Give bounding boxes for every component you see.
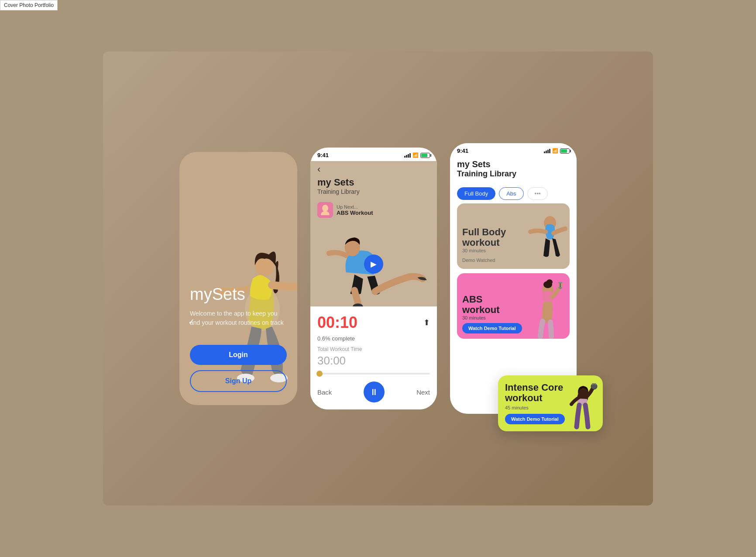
section-title-2: Training Library	[317, 188, 430, 195]
canvas: ✓ mySets Welcome to the app to keep you …	[103, 52, 653, 505]
battery-icon	[420, 153, 430, 158]
wifi-icon-3: 📶	[552, 148, 558, 154]
pause-button[interactable]: ⏸	[364, 382, 385, 402]
filter-tab-fullbody[interactable]: Full Body	[457, 187, 495, 200]
login-content: mySets Welcome to the app to keep you an…	[190, 285, 287, 392]
app-title-2: my Sets	[317, 177, 430, 188]
status-icons-2: 📶	[404, 152, 430, 158]
floating-figure	[564, 383, 603, 431]
card1-title: Full Bodyworkout	[462, 227, 564, 248]
status-icons-3: 📶	[544, 148, 570, 154]
battery-icon-3	[560, 148, 570, 154]
floating-card-title: Intense Coreworkout	[505, 382, 566, 403]
svg-point-11	[546, 279, 553, 285]
progress-text: 0.6% complete	[317, 335, 430, 342]
app-subtitle-login: Welcome to the app to keep you and your …	[190, 309, 287, 327]
controls: Back ⏸ Next	[317, 382, 430, 402]
status-time-3: 9:41	[457, 148, 468, 154]
timer-display: 00:10	[317, 313, 357, 332]
floating-card-intense: Intense Coreworkout 45 minutes Watch Dem…	[498, 375, 603, 431]
library-section-title: Training Library	[457, 169, 570, 179]
status-time-2: 9:41	[317, 152, 329, 158]
filter-tab-more[interactable]: •••	[527, 187, 548, 200]
phone-login: ✓ mySets Welcome to the app to keep you …	[179, 152, 297, 405]
app-title-light: my	[457, 159, 472, 169]
workout-video: ▶	[310, 221, 437, 306]
up-next-text: Up Next... ABS Workout	[337, 204, 373, 216]
card1-badge: Demo Watched	[462, 258, 495, 263]
app-title-login: mySets	[190, 285, 287, 304]
svg-point-5	[322, 205, 328, 212]
progress-dot	[316, 371, 323, 377]
phone-library: 9:41 📶 my Sets	[450, 143, 577, 414]
wifi-icon: 📶	[412, 152, 419, 158]
share-icon[interactable]: ⬆	[423, 318, 430, 327]
floating-card-watch-btn[interactable]: Watch Demo Tutorial	[505, 414, 565, 424]
progress-bar	[317, 373, 430, 375]
up-next-label: Up Next...	[337, 204, 373, 210]
total-label: Total Workout Time	[317, 346, 430, 352]
status-bar-2: 9:41 📶	[310, 148, 437, 161]
signal-icon-3	[544, 149, 550, 153]
filter-tabs: Full Body Abs •••	[450, 184, 577, 203]
phone-timer: 9:41 📶 ‹ my Sets Training Library	[310, 148, 437, 409]
app-title-bold: Sets	[472, 159, 490, 169]
svg-rect-13	[558, 282, 562, 283]
timer-section: 00:10 ⬆ 0.6% complete Total Workout Time…	[310, 306, 437, 409]
back-control-button[interactable]: Back	[317, 389, 332, 396]
svg-rect-14	[558, 287, 562, 289]
back-button-2[interactable]: ‹	[317, 164, 430, 175]
library-app-title: my Sets	[457, 159, 570, 169]
floating-card-duration: 45 minutes	[505, 405, 566, 410]
up-next-workout: ABS Workout	[337, 210, 373, 216]
card2-title: ABSworkout	[462, 294, 564, 315]
card2-watch-btn[interactable]: Watch Demo Tutorial	[462, 323, 522, 334]
library-header: my Sets Training Library	[450, 157, 577, 184]
up-next-avatar	[317, 202, 333, 218]
portfolio-label: Cover Photo Portfolio	[0, 0, 58, 10]
login-button[interactable]: Login	[190, 345, 287, 365]
signal-icon	[404, 153, 411, 158]
card1-duration: 30 minutes	[462, 248, 564, 253]
next-control-button[interactable]: Next	[416, 389, 430, 396]
total-time: 30:00	[317, 354, 430, 368]
timer-row: 00:10 ⬆	[317, 313, 430, 332]
filter-tab-abs[interactable]: Abs	[499, 187, 523, 200]
card2-duration: 30 minutes	[462, 315, 564, 320]
signup-button[interactable]: Sign Up	[190, 370, 287, 392]
workout-card-abs: ABSworkout 30 minutes Watch Demo Tutoria…	[457, 273, 570, 339]
up-next-bar: Up Next... ABS Workout	[310, 199, 437, 221]
workout-card-fullbody: Full Bodyworkout 30 minutes Demo Watched	[457, 203, 570, 269]
play-button[interactable]: ▶	[364, 254, 383, 274]
status-bar-3: 9:41 📶	[450, 143, 577, 157]
